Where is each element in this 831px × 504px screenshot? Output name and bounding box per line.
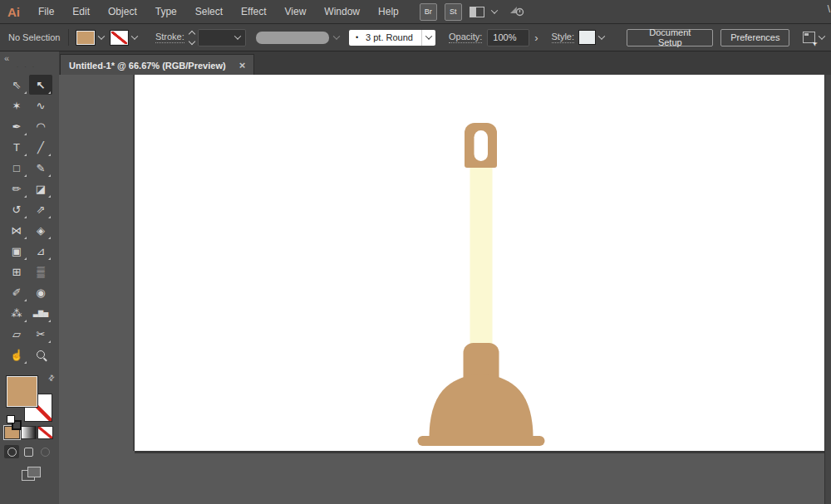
preferences-button[interactable]: Preferences — [720, 29, 789, 46]
chevron-down-icon[interactable] — [98, 32, 105, 39]
menu-edit[interactable]: Edit — [63, 6, 99, 17]
draw-behind-button[interactable] — [21, 445, 36, 458]
type-tool[interactable]: T — [5, 137, 28, 157]
menu-type[interactable]: Type — [146, 6, 186, 17]
panel-grip[interactable]: · · · — [0, 62, 52, 71]
swap-fill-stroke-icon[interactable]: ⇄ — [47, 373, 57, 383]
mesh-tool[interactable]: ⊞ — [5, 262, 28, 281]
menu-file[interactable]: File — [29, 6, 63, 17]
divider — [68, 29, 69, 46]
paintbrush-tool[interactable]: ✎ — [29, 158, 52, 178]
style-label[interactable]: Style: — [552, 32, 575, 43]
variable-width-profile-dropdown[interactable] — [256, 32, 329, 44]
line-segment-tool[interactable]: ╱ — [29, 137, 52, 157]
direct-selection-tool[interactable]: ↖ — [29, 75, 52, 95]
chevron-down-icon[interactable] — [490, 7, 497, 13]
chevron-down-icon[interactable] — [421, 30, 435, 46]
rectangle-tool[interactable]: □ — [5, 158, 28, 178]
stroke-color-swatch[interactable] — [111, 31, 128, 45]
fill-stroke-indicator: ⇄ — [7, 374, 53, 423]
arrange-documents-icon[interactable] — [470, 7, 484, 17]
menu-select[interactable]: Select — [186, 6, 232, 17]
gpu-performance-icon[interactable] — [509, 5, 524, 19]
menu-bar: Ai File Edit Object Type Select Effect V… — [0, 0, 831, 24]
control-bar: No Selection Stroke: • 3 pt. Round Opaci… — [0, 24, 831, 51]
opacity-label[interactable]: Opacity: — [449, 32, 482, 43]
magic-wand-tool[interactable]: ✶ — [5, 95, 28, 115]
illustrator-window: Ai File Edit Object Type Select Effect V… — [0, 0, 831, 504]
chevron-down-icon[interactable] — [597, 32, 604, 39]
stroke-width-stepper[interactable] — [189, 32, 194, 44]
selection-tool[interactable]: ⇖ — [5, 75, 28, 95]
scale-tool[interactable]: ⇗ — [29, 199, 52, 219]
opacity-panel-arrow[interactable]: › — [534, 32, 538, 44]
eraser-tool[interactable]: ◪ — [29, 179, 52, 198]
brush-preview-dot: • — [349, 33, 358, 42]
workspace-partial-text: \ — [828, 3, 830, 15]
none-button[interactable] — [38, 427, 52, 438]
brush-definition-dropdown[interactable]: • 3 pt. Round — [349, 30, 435, 46]
menu-object[interactable]: Object — [99, 6, 146, 17]
menu-window[interactable]: Window — [315, 6, 369, 17]
pen-tool[interactable]: ✒ — [5, 116, 28, 136]
bridge-button[interactable]: Br — [420, 3, 437, 21]
stroke-width-dropdown[interactable] — [198, 29, 247, 46]
column-graph-tool[interactable]: ▃▇▅ — [29, 303, 52, 323]
brush-name: 3 pt. Round — [358, 32, 421, 42]
chevron-down-icon[interactable] — [819, 32, 825, 39]
stock-button[interactable]: St — [445, 3, 462, 21]
menu-help[interactable]: Help — [369, 6, 408, 17]
tools-panel: « · · · ⇖ ↖ ✶ ∿ ✒ ◠ T ╱ □ ✎ ✏ ◪ ↺ ⇗ ⋈ ◈ … — [0, 51, 60, 504]
pencil-tool[interactable]: ✏ — [5, 179, 28, 198]
document-tab-bar: Untitled-1* @ 66.67% (RGB/Preview) × — [59, 51, 831, 76]
selection-status: No Selection — [8, 32, 60, 42]
drawing-mode-buttons — [4, 445, 52, 458]
rotate-tool[interactable]: ↺ — [5, 199, 28, 219]
graphic-style-swatch[interactable] — [579, 31, 595, 44]
plunger-stick — [470, 166, 493, 345]
fill-swatch[interactable] — [7, 376, 37, 407]
document-area: Untitled-1* @ 66.67% (RGB/Preview) × — [59, 51, 831, 504]
document-tab-title: Untitled-1* @ 66.67% (RGB/Preview) — [69, 61, 226, 71]
opacity-input[interactable]: 100% — [487, 29, 529, 46]
change-screen-mode-icon[interactable] — [22, 467, 40, 481]
width-tool[interactable]: ⋈ — [5, 220, 28, 240]
plunger-artwork[interactable] — [135, 75, 825, 451]
draw-normal-button[interactable] — [4, 445, 19, 458]
shape-builder-tool[interactable]: ▣ — [5, 241, 28, 261]
slice-tool[interactable]: ✂ — [29, 324, 52, 344]
tools-grid: ⇖ ↖ ✶ ∿ ✒ ◠ T ╱ □ ✎ ✏ ◪ ↺ ⇗ ⋈ ◈ ▣ ⊿ ⊞ ▒ … — [5, 75, 52, 365]
puppet-warp-tool[interactable]: ◈ — [29, 220, 52, 240]
symbol-sprayer-tool[interactable]: ⁂ — [5, 303, 28, 323]
plunger-cup-dome — [430, 374, 534, 438]
align-options-icon[interactable] — [803, 32, 815, 43]
draw-inside-button — [37, 445, 52, 458]
stroke-label[interactable]: Stroke: — [155, 32, 184, 43]
plunger-handle-hole — [475, 130, 489, 161]
document-tab[interactable]: Untitled-1* @ 66.67% (RGB/Preview) × — [60, 54, 254, 76]
default-fill-stroke-icon[interactable] — [7, 415, 20, 428]
zoom-tool[interactable] — [29, 345, 52, 365]
menu-view[interactable]: View — [276, 6, 316, 17]
tab-close-button[interactable]: × — [239, 60, 246, 71]
artboard[interactable] — [135, 75, 825, 451]
magnifier-icon — [37, 350, 45, 359]
blend-tool[interactable]: ◉ — [29, 282, 52, 302]
plunger-base-lip — [418, 436, 545, 446]
document-setup-button[interactable]: Document Setup — [627, 29, 713, 46]
hand-tool[interactable]: ☝ — [5, 345, 28, 365]
chevron-down-icon[interactable] — [131, 32, 138, 39]
lasso-tool[interactable]: ∿ — [29, 95, 52, 115]
panel-dock-edge[interactable] — [824, 75, 831, 504]
eyedropper-tool[interactable]: ✐ — [5, 282, 28, 302]
perspective-grid-tool[interactable]: ⊿ — [29, 241, 52, 261]
pasteboard[interactable] — [59, 75, 831, 504]
artboard-tool[interactable]: ▱ — [5, 324, 28, 344]
gradient-button[interactable] — [22, 427, 36, 438]
chevron-down-icon[interactable] — [333, 32, 340, 39]
curvature-tool[interactable]: ◠ — [29, 116, 52, 136]
menu-effect[interactable]: Effect — [232, 6, 275, 17]
gradient-tool[interactable]: ▒ — [29, 262, 52, 281]
fill-color-swatch[interactable] — [76, 31, 94, 45]
illustrator-logo: Ai — [0, 5, 29, 19]
